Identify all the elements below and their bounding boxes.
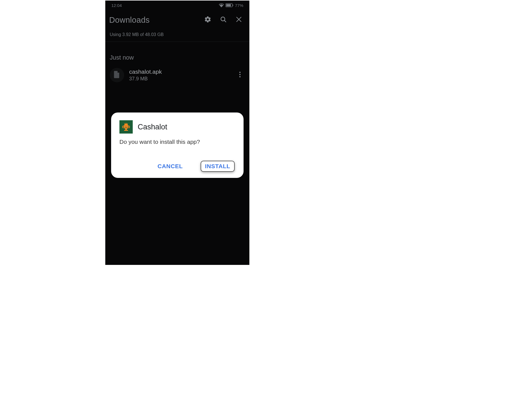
install-dialog: Cashalot Do you want to install this app…: [111, 112, 244, 178]
more-vert-icon: [239, 71, 241, 79]
search-icon: [220, 16, 227, 24]
app-icon: [119, 120, 133, 134]
status-right: 77%: [219, 3, 243, 8]
settings-button[interactable]: [201, 13, 214, 27]
battery-percent: 77%: [235, 3, 243, 8]
svg-point-9: [239, 76, 241, 78]
status-time: 12:04: [111, 3, 122, 8]
svg-rect-13: [126, 129, 127, 130]
file-row[interactable]: cashalot.apk 37.9 MB: [105, 66, 249, 84]
install-button[interactable]: INSTALL: [205, 163, 230, 170]
wifi-icon: [219, 3, 224, 7]
cancel-button[interactable]: CANCEL: [157, 161, 184, 172]
svg-point-7: [239, 72, 241, 73]
svg-point-11: [125, 126, 126, 127]
close-button[interactable]: [232, 13, 245, 27]
section-label: Just now: [105, 42, 249, 66]
dialog-actions: CANCEL INSTALL: [119, 161, 235, 172]
svg-rect-1: [226, 4, 231, 6]
battery-icon: [226, 3, 233, 7]
svg-rect-2: [233, 4, 233, 6]
file-icon-bg: [110, 68, 124, 82]
file-more-button[interactable]: [234, 70, 245, 81]
install-button-highlight: INSTALL: [201, 161, 235, 172]
close-icon: [236, 16, 242, 24]
dialog-message: Do you want to install this app?: [119, 139, 235, 145]
storage-usage: Using 3.92 MB of 48.03 GB: [105, 31, 249, 42]
file-icon: [114, 71, 120, 79]
svg-point-8: [239, 74, 241, 75]
svg-rect-14: [124, 130, 128, 131]
page-title: Downloads: [109, 16, 199, 25]
file-size: 37.9 MB: [129, 76, 234, 82]
svg-point-12: [127, 126, 127, 127]
dialog-title: Cashalot: [138, 123, 167, 131]
svg-line-4: [224, 20, 226, 22]
file-name: cashalot.apk: [129, 68, 234, 75]
app-header: Downloads: [105, 9, 249, 31]
gear-icon: [204, 16, 211, 24]
status-bar: 12:04 77%: [105, 1, 249, 9]
dialog-header: Cashalot: [119, 120, 235, 134]
phone-frame: 12:04 77% Downloads: [105, 1, 249, 265]
file-info: cashalot.apk 37.9 MB: [129, 68, 234, 82]
svg-point-10: [124, 124, 129, 129]
search-button[interactable]: [217, 13, 230, 27]
